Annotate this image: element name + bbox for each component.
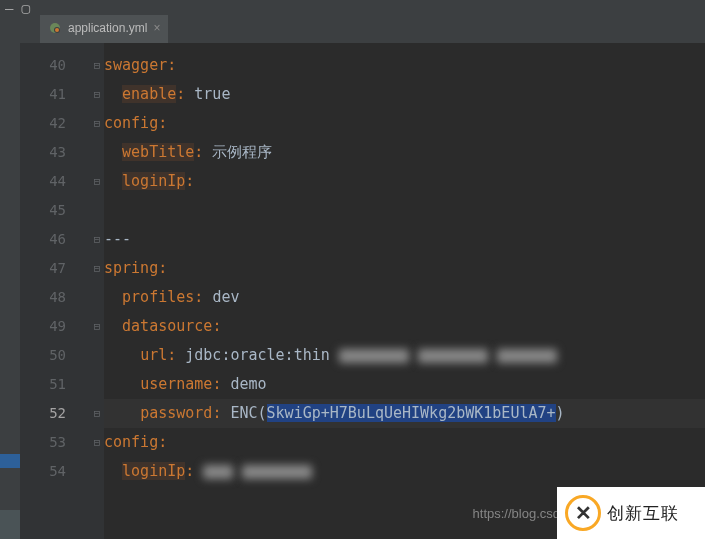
fold-icon[interactable]: ⊟ xyxy=(90,428,104,457)
close-icon[interactable]: × xyxy=(153,21,160,35)
code-line[interactable] xyxy=(104,196,705,225)
line-number: 41 xyxy=(20,80,90,109)
code-line-current[interactable]: password: ENC(SkwiGp+H7BuLqUeHIWkg2bWK1b… xyxy=(104,399,705,428)
line-number: 40 xyxy=(20,51,90,80)
selected-text: SkwiGp+H7BuLqUeHIWkg2bWK1bEUlA7+ xyxy=(267,404,556,422)
redacted-text xyxy=(203,465,233,479)
line-number: 48 xyxy=(20,283,90,312)
fold-end-icon[interactable]: ⊟ xyxy=(90,80,104,109)
line-number: 51 xyxy=(20,370,90,399)
line-number: 46 xyxy=(20,225,90,254)
brand-icon: ✕ xyxy=(565,495,601,531)
line-number: 47 xyxy=(20,254,90,283)
vcs-marker xyxy=(0,454,20,468)
minimize-icon[interactable]: — xyxy=(5,1,13,15)
code-line[interactable]: url: jdbc:oracle:thin xyxy=(104,341,705,370)
brand-text: 创新互联 xyxy=(607,502,679,525)
line-number: 54 xyxy=(20,457,90,486)
tab-application-yml[interactable]: application.yml × xyxy=(40,15,168,43)
code-area[interactable]: swagger: enable: true config: webTitle: … xyxy=(104,43,705,539)
code-line[interactable]: swagger: xyxy=(104,51,705,80)
code-line[interactable]: datasource: xyxy=(104,312,705,341)
fold-end-icon[interactable]: ⊟ xyxy=(90,399,104,428)
redacted-text xyxy=(242,465,312,479)
left-gutter-strip xyxy=(0,43,20,539)
fold-icon[interactable]: ⊟ xyxy=(90,51,104,80)
code-line[interactable]: profiles: dev xyxy=(104,283,705,312)
fold-end-icon[interactable]: ⊟ xyxy=(90,167,104,196)
code-line[interactable]: config: xyxy=(104,109,705,138)
line-number-gutter: 40 41 42 43 44 45 46 47 48 49 50 51 52 5… xyxy=(20,43,90,539)
fold-icon[interactable]: ⊟ xyxy=(90,225,104,254)
watermark-url: https://blog.csd xyxy=(473,506,560,521)
redacted-text xyxy=(418,349,488,363)
line-number: 49 xyxy=(20,312,90,341)
code-line[interactable]: loginIp: xyxy=(104,167,705,196)
code-line[interactable]: webTitle: 示例程序 xyxy=(104,138,705,167)
code-line[interactable]: config: xyxy=(104,428,705,457)
window-controls: — ▢ xyxy=(0,0,705,15)
fold-icon[interactable]: ⊟ xyxy=(90,254,104,283)
fold-column: ⊟ ⊟ ⊟ ⊟ ⊟ ⊟ ⊟ ⊟ ⊟ xyxy=(90,43,104,539)
code-line[interactable]: loginIp: xyxy=(104,457,705,486)
code-line[interactable]: username: demo xyxy=(104,370,705,399)
line-number: 42 xyxy=(20,109,90,138)
code-line[interactable]: enable: true xyxy=(104,80,705,109)
tab-bar: application.yml × xyxy=(0,15,705,43)
editor: 40 41 42 43 44 45 46 47 48 49 50 51 52 5… xyxy=(0,43,705,539)
line-number: 50 xyxy=(20,341,90,370)
redacted-text xyxy=(339,349,409,363)
svg-point-2 xyxy=(55,28,59,32)
line-number: 45 xyxy=(20,196,90,225)
line-number: 43 xyxy=(20,138,90,167)
line-number: 52 xyxy=(20,399,90,428)
fold-icon[interactable]: ⊟ xyxy=(90,312,104,341)
line-number: 44 xyxy=(20,167,90,196)
vcs-marker xyxy=(0,510,20,539)
tab-label: application.yml xyxy=(68,21,147,35)
redacted-text xyxy=(497,349,557,363)
brand-watermark: ✕ 创新互联 xyxy=(557,487,705,539)
yaml-file-icon xyxy=(48,21,62,35)
code-line[interactable]: spring: xyxy=(104,254,705,283)
fold-icon[interactable]: ⊟ xyxy=(90,109,104,138)
line-number: 53 xyxy=(20,428,90,457)
code-line[interactable]: --- xyxy=(104,225,705,254)
maximize-icon[interactable]: ▢ xyxy=(21,1,29,15)
